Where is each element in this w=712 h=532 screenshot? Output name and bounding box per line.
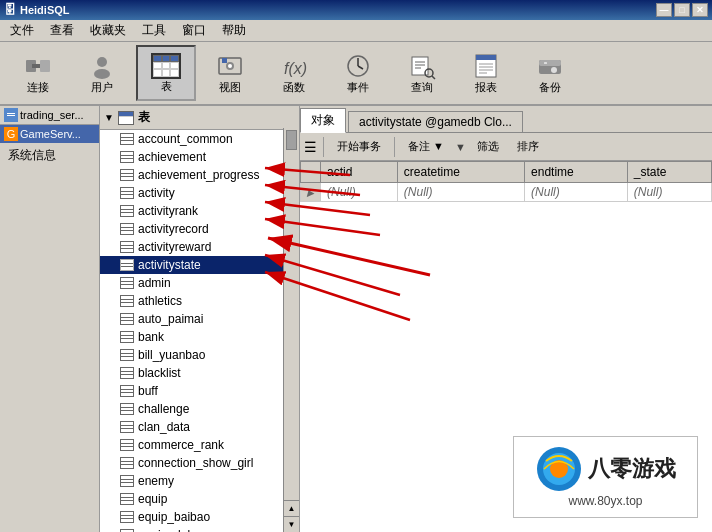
tree-item-enemy[interactable]: enemy: [100, 472, 299, 490]
toolbar-query[interactable]: 查询: [392, 45, 452, 101]
tree-item-bank[interactable]: bank: [100, 328, 299, 346]
tree-item-bill-yuanbao[interactable]: bill_yuanbao: [100, 346, 299, 364]
svg-rect-31: [7, 113, 15, 114]
scrollbar-thumb[interactable]: [286, 130, 297, 150]
col-state[interactable]: _state: [627, 162, 711, 183]
menu-help[interactable]: 帮助: [214, 20, 254, 41]
col-endtime[interactable]: endtime: [525, 162, 628, 183]
table-row-icon: [120, 151, 134, 163]
col-createtime[interactable]: createtime: [397, 162, 524, 183]
tree-item-equip-del[interactable]: equip_del: [100, 526, 299, 532]
tree-item-account-common[interactable]: account_common: [100, 130, 299, 148]
maximize-button[interactable]: □: [674, 3, 690, 17]
toolbar-func[interactable]: f(x) 函数: [264, 45, 324, 101]
filter-icon: ▼: [455, 141, 466, 153]
tree-item-activityreward[interactable]: activityreward: [100, 238, 299, 256]
menu-file[interactable]: 文件: [2, 20, 42, 41]
table-row-icon: [120, 439, 134, 451]
connection-gameserver[interactable]: GameServ...: [20, 128, 81, 140]
menu-view[interactable]: 查看: [42, 20, 82, 41]
game-server-icon: G: [4, 127, 18, 141]
cell-actid: (Null): [321, 183, 398, 202]
tree-item-commerce-rank[interactable]: commerce_rank: [100, 436, 299, 454]
table-row-icon: [120, 205, 134, 217]
svg-point-29: [551, 67, 557, 73]
main-toolbar: 连接 用户 表: [0, 42, 712, 106]
left-panel: trading_ser... G GameServ... 系统信息: [0, 106, 100, 532]
row-marker-arrow: [301, 183, 321, 202]
tab-bar: 对象 activitystate @gamedb Clo...: [300, 106, 712, 133]
toolbar-view[interactable]: 视图: [200, 45, 260, 101]
tree-item-auto-paimai[interactable]: auto_paimai: [100, 310, 299, 328]
minimize-button[interactable]: —: [656, 3, 672, 17]
svg-point-8: [228, 64, 232, 68]
cell-endtime: (Null): [525, 183, 628, 202]
cell-state: (Null): [627, 183, 711, 202]
table-label: 表: [161, 79, 172, 94]
table-row-icon: [120, 385, 134, 397]
view-label: 视图: [219, 80, 241, 95]
table-row-icon: [120, 475, 134, 487]
view-icon: [216, 52, 244, 80]
table-row-icon: [120, 223, 134, 235]
svg-point-5: [94, 69, 110, 79]
filter-btn[interactable]: 筛选: [470, 136, 506, 157]
svg-point-4: [97, 57, 107, 67]
query-label: 查询: [411, 80, 433, 95]
toolbar-connect[interactable]: 连接: [8, 45, 68, 101]
col-actid[interactable]: actid: [321, 162, 398, 183]
tree-item-achievement[interactable]: achievement: [100, 148, 299, 166]
menu-window[interactable]: 窗口: [174, 20, 214, 41]
tree-item-equip[interactable]: equip: [100, 490, 299, 508]
toolbar-table[interactable]: 表: [136, 45, 196, 101]
scrollbar[interactable]: ▲ ▼: [283, 128, 299, 532]
toolbar-user[interactable]: 用户: [72, 45, 132, 101]
tree-items: account_common achievement achievement_p…: [100, 130, 299, 532]
close-button[interactable]: ✕: [692, 3, 708, 17]
tree-item-achievement-progress[interactable]: achievement_progress: [100, 166, 299, 184]
tree-item-activityrank[interactable]: activityrank: [100, 202, 299, 220]
sidebar-sysinfo[interactable]: 系统信息: [0, 143, 99, 168]
func-label: 函数: [283, 80, 305, 95]
tree-collapse-icon[interactable]: ▼: [104, 112, 114, 123]
comment-btn[interactable]: 备注 ▼: [401, 136, 451, 157]
tree-item-activityrecord[interactable]: activityrecord: [100, 220, 299, 238]
scroll-up-btn[interactable]: ▲: [284, 500, 299, 516]
user-label: 用户: [91, 80, 113, 95]
table-row-icon: [120, 511, 134, 523]
tree-item-athletics[interactable]: athletics: [100, 292, 299, 310]
tree-item-challenge[interactable]: challenge: [100, 400, 299, 418]
sort-btn[interactable]: 排序: [510, 136, 546, 157]
tree-item-connection-show-girl[interactable]: connection_show_girl: [100, 454, 299, 472]
tree-item-clan-data[interactable]: clan_data: [100, 418, 299, 436]
begin-transaction-btn[interactable]: 开始事务: [330, 136, 388, 157]
scroll-down-btn[interactable]: ▼: [284, 516, 299, 532]
tree-item-buff[interactable]: buff: [100, 382, 299, 400]
table-row-icon: [120, 457, 134, 469]
toolbar-backup[interactable]: 备份: [520, 45, 580, 101]
table-row-icon: [120, 277, 134, 289]
tree-item-blacklist[interactable]: blacklist: [100, 364, 299, 382]
event-icon: [344, 52, 372, 80]
svg-rect-32: [7, 115, 15, 116]
separator-1: [323, 137, 324, 157]
row-marker-header: [301, 162, 321, 183]
menu-tools[interactable]: 工具: [134, 20, 174, 41]
table-row-icon: [120, 313, 134, 325]
toolbar-event[interactable]: 事件: [328, 45, 388, 101]
menu-favorites[interactable]: 收藏夹: [82, 20, 134, 41]
backup-icon: [536, 52, 564, 80]
svg-text:f(x): f(x): [284, 60, 307, 77]
tab-objects[interactable]: 对象: [300, 108, 346, 133]
tree-item-equip-baibao[interactable]: equip_baibao: [100, 508, 299, 526]
tree-header: ▼ 表: [100, 106, 299, 130]
connect-label: 连接: [27, 80, 49, 95]
report-label: 报表: [475, 80, 497, 95]
tree-panel: ▼ 表 account_common achievement: [100, 106, 300, 532]
tree-item-admin[interactable]: admin: [100, 274, 299, 292]
tree-item-activity[interactable]: activity: [100, 184, 299, 202]
toolbar-report[interactable]: 报表: [456, 45, 516, 101]
tree-item-activitystate[interactable]: activitystate: [100, 256, 299, 274]
tab-activitystate[interactable]: activitystate @gamedb Clo...: [348, 111, 523, 132]
connection-trading[interactable]: trading_ser...: [20, 109, 84, 121]
